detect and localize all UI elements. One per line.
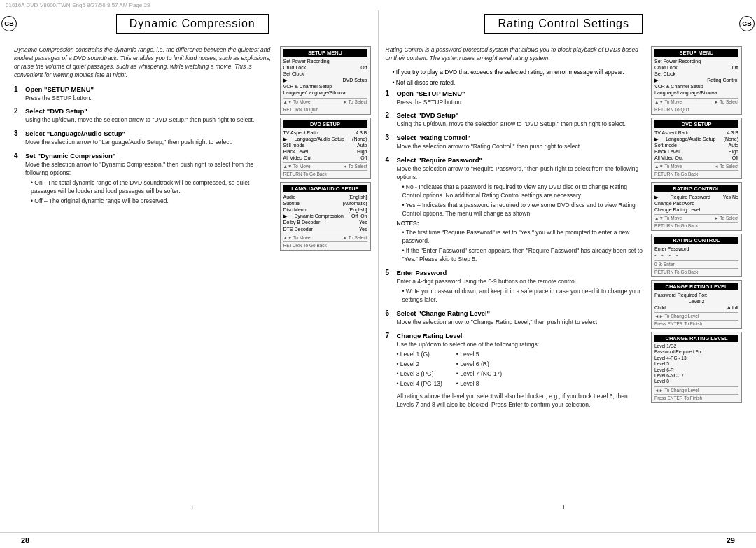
step-title: Select "DVD Setup" [25, 107, 88, 115]
left-screens: SETUP MENU Set Power Recording Child Loc… [280, 46, 371, 251]
screen-row: Set Clock [654, 71, 738, 77]
screen-rating-control: RATING CONTROL Require PasswordYes No Ch… [651, 182, 742, 231]
step-number: 4 [14, 152, 22, 160]
screen-row: Level 2 [654, 298, 738, 304]
step-number: 1 [14, 85, 22, 93]
screen-row: Level 4-PG - 13 [654, 356, 738, 361]
screen-nav-return: RETURN To Go Back [284, 241, 368, 248]
step-title: Change Rating Level [397, 332, 463, 339]
rating-item: • Level 3 (PG) [397, 370, 442, 379]
screen-row: Level 8 [654, 379, 738, 384]
screen-title-r4: RATING CONTROL [654, 237, 738, 244]
step-number: 4 [386, 156, 394, 164]
step-number: 3 [386, 134, 394, 141]
screen-title-r2: DVD SETUP [654, 120, 738, 128]
screen-row: Set Clock [284, 71, 368, 77]
screen-row: VCR & Channel Setup [284, 83, 368, 90]
screen-row: VCR & Channel Setup [654, 83, 738, 90]
screen-row: Require PasswordYes No [654, 194, 738, 200]
screen-nav-return: RETURN To Go Back [284, 170, 368, 176]
screen-row: Enter Password [654, 246, 738, 252]
right-section-title: Rating Control Settings [484, 14, 643, 34]
screen-row: Still modeAuto [284, 142, 368, 148]
gb-badge-left: GB [1, 16, 17, 31]
screen-title-1: SETUP MENU [284, 49, 368, 57]
step-title: Select "Language/Audio Setup" [25, 129, 125, 137]
screen-title-r5: CHANGE RATING LEVEL [654, 283, 738, 290]
screen-row: Dolby B DecoderYes [284, 219, 368, 225]
rating-item: • Level 1 (G) [397, 351, 442, 359]
screen-nav-return: RETURN To Quit [654, 106, 738, 112]
step-number: 5 [386, 269, 394, 276]
screen-row: Black LevelHigh [654, 148, 738, 155]
rating-item: • Level 7 (NC-17) [456, 370, 502, 379]
step-number: 2 [386, 111, 394, 119]
crosshair-bottom-right: + [561, 503, 566, 511]
screen-row: Level 5 [654, 361, 738, 367]
screen-row: Password Required For: [654, 292, 738, 298]
rating-item: • Level 2 [397, 360, 442, 369]
step-title: Select "Change Rating Level" [397, 309, 491, 317]
screen-row: Level 1/G2 [654, 344, 738, 349]
gb-badge-right: GB [739, 16, 755, 31]
screen-nav-return: RETURN To Quit [284, 106, 368, 112]
screen-setup-menu-left: SETUP MENU Set Power Recording Child Loc… [280, 46, 371, 115]
screen-row: TV Aspect Ratio4:3 B [284, 129, 368, 136]
step-number: 1 [386, 90, 394, 97]
screen-nav-return: Press ENTER To Finish [654, 320, 738, 326]
screen-row: Language/Language/Bilnova [654, 90, 738, 96]
screen-nav-return: RETURN To Go Back [654, 222, 738, 228]
screen-row: Language/Audio Setup(None) [654, 136, 738, 142]
screen-nav: ◄► To Change Level [654, 386, 738, 393]
screen-row: TV Aspect Ratio4:3 B [654, 129, 738, 136]
screen-enter-password: RATING CONTROL Enter Password - - - - 0-… [651, 234, 742, 276]
screen-title-r1: SETUP MENU [654, 49, 738, 57]
step-title: Enter Password [397, 269, 447, 276]
screen-change-rating-1: CHANGE RATING LEVEL Password Required Fo… [651, 280, 742, 329]
page-number-left: 28 [21, 536, 29, 545]
page-numbers: 28 29 [0, 532, 756, 548]
screen-row: - - - - [654, 252, 738, 258]
screen-row: Change Rating Level [654, 206, 738, 213]
screen-nav: ▲▼ To Move◄ To Select [284, 162, 368, 169]
screen-row: DVD Setup [284, 77, 368, 83]
rating-item: • Level 5 [456, 351, 502, 359]
screen-row: Subtitle[Automatic] [284, 200, 368, 206]
step-title: Open "SETUP MENU" [25, 85, 94, 93]
main-content: GB Dynamic Compression SETUP MENU Set Po… [0, 10, 756, 532]
screen-row: ChildAdult [654, 304, 738, 311]
screen-nav-return: RETURN To Go Back [654, 268, 738, 274]
screen-change-rating-2: CHANGE RATING LEVEL Level 1/G2 Password … [651, 332, 742, 403]
screen-row: All Video OutOff [284, 155, 368, 161]
screen-row: All Video OutOff [654, 155, 738, 161]
screen-row: Level 6-NC-17 [654, 373, 738, 379]
step-title: Select "Rating Control" [397, 134, 471, 141]
screen-row: Level 6-R [654, 367, 738, 373]
rating-col-2: • Level 5 • Level 6 (R) • Level 7 (NC-17… [456, 351, 502, 390]
step-number: 6 [386, 309, 394, 317]
screen-row: Set Power Recording [284, 58, 368, 64]
screen-row: Child LockOff [284, 64, 368, 71]
step-number: 3 [14, 129, 22, 137]
screen-row: Child LockOff [654, 64, 738, 71]
screen-row: Rating Control [654, 77, 738, 83]
step-number: 7 [386, 332, 394, 339]
page-number-right: 29 [727, 536, 735, 545]
screen-nav-return: Press ENTER To Finish [654, 394, 738, 400]
screen-nav: ◄► To Change Level [654, 312, 738, 318]
rating-item: • Level 8 [456, 380, 502, 388]
step-title: Set "Dynamic Compression" [25, 152, 115, 160]
step-number: 2 [14, 107, 22, 115]
right-column: GB Rating Control Settings SETUP MENU Se… [379, 10, 750, 532]
screen-row: Language/Language/Bilnova [284, 90, 368, 96]
screen-row: DTS DecoderYes [284, 226, 368, 232]
screen-title-3: LANGUAGE/AUDIO SETUP [284, 185, 368, 192]
rating-col-1: • Level 1 (G) • Level 2 • Level 3 (PG) •… [397, 351, 442, 390]
screen-nav-return: RETURN To Go Back [654, 170, 738, 176]
screen-row: Password Required For: [654, 349, 738, 355]
screen-nav: ▲▼ To Move► To Select [284, 234, 368, 240]
screen-nav: ▲▼ To Move► To Select [654, 214, 738, 220]
left-section-title: Dynamic Compression [116, 14, 269, 34]
screen-row: Language/Audio Setup(None) [284, 136, 368, 142]
screen-nav: ▲▼ To Move► To Select [284, 98, 368, 104]
